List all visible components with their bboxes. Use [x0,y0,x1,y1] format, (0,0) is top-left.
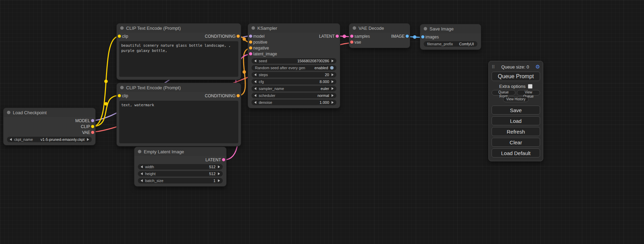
output-slot-vae[interactable] [91,131,94,134]
widget-label: height [145,172,156,176]
collapse-dot-icon[interactable] [120,86,124,89]
increment-arrow-icon[interactable] [332,80,334,83]
node-clip-text-encode-negative[interactable]: CLIP Text Encode (Prompt) clip CONDITION… [117,83,241,146]
decrement-arrow-icon[interactable] [254,80,256,83]
output-slot-latent[interactable] [222,158,225,161]
node-title-bar[interactable]: VAE Decode [349,24,410,33]
widget-steps[interactable]: steps 20 [252,72,336,78]
settings-gear-icon[interactable]: ⚙ [536,64,540,70]
increment-arrow-icon[interactable] [87,138,89,141]
view-queue-button[interactable]: View Queue [517,90,540,96]
output-slot-image[interactable] [406,35,409,38]
output-slot-conditioning[interactable] [237,94,240,97]
node-empty-latent-image[interactable]: Empty Latent Image LATENT width 512 heig… [134,147,226,186]
prompt-textarea[interactable]: text, watermark [119,101,238,143]
load-default-button[interactable]: Load Default [492,148,540,157]
output-slot-conditioning[interactable] [237,35,240,38]
queue-menu-panel: ⠿ Queue size: 0 ⚙ Queue Prompt Extra opt… [488,61,543,161]
output-label-latent: LATENT [205,157,221,162]
increment-arrow-icon[interactable] [332,87,334,90]
input-slot-samples[interactable] [350,35,353,38]
output-label-latent: LATENT [319,34,335,39]
collapse-dot-icon[interactable] [353,26,356,30]
collapse-dot-icon[interactable] [138,150,141,153]
widget-batch-size[interactable]: batch_size 1 [138,178,223,183]
increment-arrow-icon[interactable] [218,172,220,175]
collapse-dot-icon[interactable] [424,27,427,30]
widget-height[interactable]: height 512 [138,171,223,177]
node-title-bar[interactable]: Load Checkpoint [3,108,95,117]
decrement-arrow-icon[interactable] [141,179,143,182]
node-save-image[interactable]: Save Image images filename_prefix ComfyU… [420,24,481,49]
extra-options-checkbox[interactable] [528,84,532,89]
node-title-bar[interactable]: KSampler [248,24,340,33]
widget-scheduler[interactable]: scheduler normal [252,93,336,98]
widget-random-seed-toggle[interactable]: Random seed after every gen enabled [252,65,336,71]
increment-arrow-icon[interactable] [332,94,334,97]
input-slot-clip[interactable] [118,35,121,38]
widget-width[interactable]: width 512 [138,164,223,170]
input-label-clip: clip [122,34,128,39]
widget-value: 156680208700286 [297,59,329,63]
node-title-bar[interactable]: CLIP Text Encode (Prompt) [117,24,241,33]
node-title-bar[interactable]: Empty Latent Image [134,147,226,156]
save-button[interactable]: Save [492,106,540,115]
decrement-arrow-icon[interactable] [254,60,256,62]
toggle-dot[interactable] [330,66,334,70]
load-button[interactable]: Load [492,116,540,125]
decrement-arrow-icon[interactable] [254,94,256,97]
node-vae-decode[interactable]: VAE Decode samples IMAGE vae [349,24,410,48]
input-slot-images[interactable] [421,35,424,38]
widget-cfg[interactable]: cfg 8.000 [252,79,336,84]
input-slot-model[interactable] [249,35,252,38]
widget-seed[interactable]: seed 156680208700286 [252,58,336,64]
view-history-button[interactable]: View History [503,97,528,102]
collapse-dot-icon[interactable] [252,26,255,30]
queue-front-button[interactable]: Queue Front [492,90,515,96]
clear-button[interactable]: Clear [492,138,540,147]
input-slot-negative[interactable] [249,46,252,49]
widget-value: normal [317,93,329,98]
node-load-checkpoint[interactable]: Load Checkpoint MODEL CLIP VAE ckpt_name… [3,108,95,145]
widget-value: 20 [325,73,329,77]
collapse-dot-icon[interactable] [120,26,124,30]
increment-arrow-icon[interactable] [332,73,334,76]
node-canvas[interactable]: Load Checkpoint MODEL CLIP VAE ckpt_name… [0,0,644,244]
input-slot-clip[interactable] [118,94,121,97]
widget-sampler-name[interactable]: sampler_name euler [252,86,336,91]
input-slot-positive[interactable] [249,40,252,44]
node-title: VAE Decode [359,26,384,31]
drag-handle-icon[interactable]: ⠿ [492,64,495,70]
prompt-textarea[interactable]: beautiful scenery nature glass bottle la… [119,41,238,77]
input-slot-vae[interactable] [350,40,353,44]
decrement-arrow-icon[interactable] [254,87,256,90]
node-clip-text-encode-positive[interactable]: CLIP Text Encode (Prompt) clip CONDITION… [117,24,241,80]
output-slot-latent[interactable] [336,35,339,38]
collapse-dot-icon[interactable] [7,111,10,114]
decrement-arrow-icon[interactable] [141,172,143,175]
input-slot-latent-image[interactable] [249,52,252,55]
refresh-button[interactable]: Refresh [492,127,540,136]
increment-arrow-icon[interactable] [218,179,220,182]
decrement-arrow-icon[interactable] [254,73,256,76]
input-label-clip: clip [122,93,128,98]
output-label-image: IMAGE [391,34,405,39]
increment-arrow-icon[interactable] [218,165,220,168]
output-slot-model[interactable] [91,119,94,122]
widget-label: denoise [259,100,272,105]
node-ksampler[interactable]: KSampler model LATENT positive negative … [248,24,340,108]
decrement-arrow-icon[interactable] [10,138,12,141]
widget-ckpt-name[interactable]: ckpt_name v1-5-pruned-emaonly.ckpt [7,137,92,142]
decrement-arrow-icon[interactable] [254,101,256,104]
widget-denoise[interactable]: denoise 1.000 [252,100,336,105]
widget-filename-prefix[interactable]: filename_prefix ComfyUI [424,41,477,47]
increment-arrow-icon[interactable] [332,101,334,104]
output-slot-clip[interactable] [91,125,94,128]
node-title-bar[interactable]: CLIP Text Encode (Prompt) [117,83,241,92]
output-label-conditioning: CONDITIONING [205,34,236,39]
node-title: CLIP Text Encode (Prompt) [126,85,181,90]
queue-prompt-button[interactable]: Queue Prompt [492,72,540,81]
increment-arrow-icon[interactable] [332,60,334,62]
node-title-bar[interactable]: Save Image [420,24,481,33]
decrement-arrow-icon[interactable] [141,165,143,168]
